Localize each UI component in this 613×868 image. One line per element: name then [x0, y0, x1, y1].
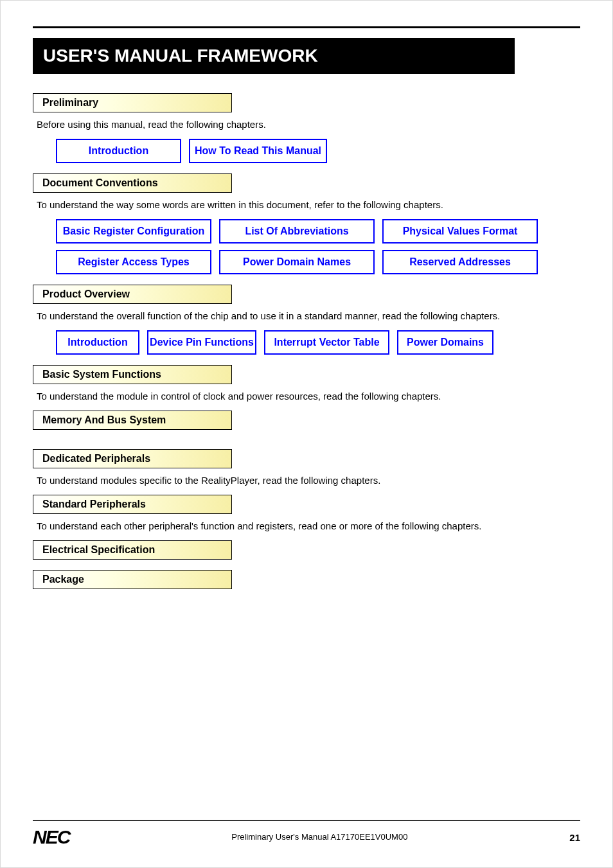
link-introduction[interactable]: Introduction [56, 139, 181, 163]
section-header-product-overview: Product Overview [33, 285, 232, 304]
link-power-domains[interactable]: Power Domains [397, 330, 493, 355]
instruction: To understand each other peripheral's fu… [37, 520, 580, 531]
link-list-of-abbreviations[interactable]: List Of Abbreviations [219, 219, 375, 244]
section-header-document-conventions: Document Conventions [33, 173, 232, 193]
link-reserved-addresses[interactable]: Reserved Addresses [382, 250, 538, 274]
section-header-preliminary: Preliminary [33, 93, 232, 112]
section-header-package: Package [33, 570, 232, 589]
page-footer: NEC Preliminary User's Manual A17170EE1V… [33, 820, 580, 848]
page-title: USER'S MANUAL FRAMEWORK [33, 38, 515, 74]
footer-doc-id: Preliminary User's Manual A17170EE1V0UM0… [69, 832, 569, 843]
link-introduction-overview[interactable]: Introduction [56, 330, 139, 355]
nec-logo: NEC [33, 826, 69, 848]
page-number: 21 [569, 832, 580, 843]
link-power-domain-names[interactable]: Power Domain Names [219, 250, 375, 274]
instruction: To understand modules specific to the Re… [37, 475, 580, 486]
instruction: To understand the way some words are wri… [37, 199, 580, 210]
section-header-standard-peripherals: Standard Peripherals [33, 495, 232, 514]
link-device-pin-functions[interactable]: Device Pin Functions [147, 330, 256, 355]
instruction: Before using this manual, read the follo… [37, 119, 580, 130]
link-interrupt-vector-table[interactable]: Interrupt Vector Table [264, 330, 389, 355]
link-register-access-types[interactable]: Register Access Types [56, 250, 211, 274]
section-header-dedicated-peripherals: Dedicated Peripherals [33, 449, 232, 468]
link-how-to-read[interactable]: How To Read This Manual [189, 139, 327, 163]
section-header-electrical-specification: Electrical Specification [33, 540, 232, 560]
section-header-basic-system-functions: Basic System Functions [33, 365, 232, 384]
instruction: To understand the module in control of c… [37, 391, 580, 402]
link-basic-register-configuration[interactable]: Basic Register Configuration [56, 219, 211, 244]
section-header-memory-and-bus-system: Memory And Bus System [33, 411, 232, 430]
instruction: To understand the overall function of th… [37, 310, 580, 321]
link-physical-values-format[interactable]: Physical Values Format [382, 219, 538, 244]
